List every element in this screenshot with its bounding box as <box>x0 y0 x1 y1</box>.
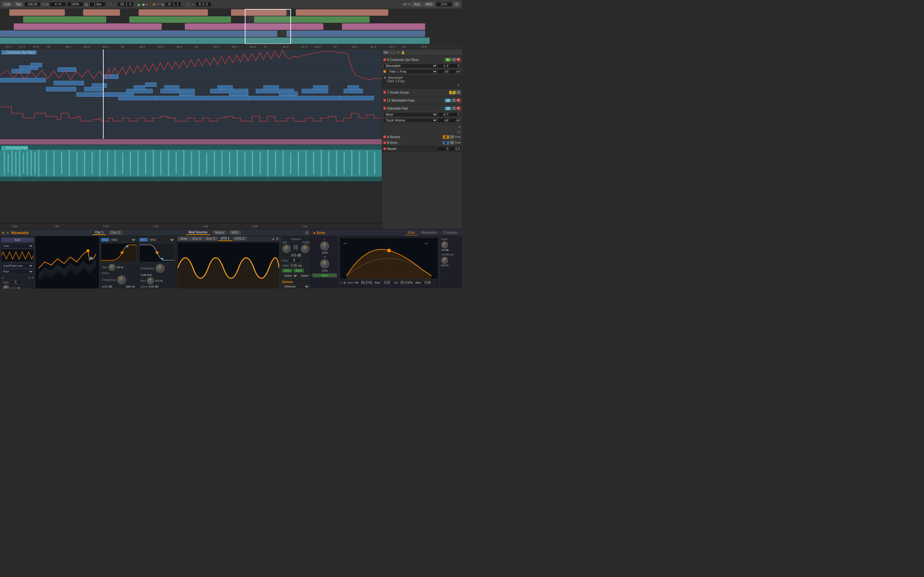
play-button[interactable]: ▶ <box>137 2 141 7</box>
notes-select1[interactable]: Notes <box>282 274 298 278</box>
record-button[interactable]: ● <box>146 3 148 6</box>
loop-end-display[interactable]: 37. 1. 1 <box>165 2 181 7</box>
device-val1a[interactable]: -1.4 <box>438 64 449 68</box>
lfo1-tab[interactable]: LFO 1 <box>218 236 232 241</box>
osc1-left-arrow[interactable]: ◁ <box>1 276 4 280</box>
sidechain-r-btn[interactable]: ● <box>457 106 461 110</box>
echo-res2-val[interactable]: 0.00 <box>422 280 433 285</box>
filter2-res-knob[interactable] <box>147 277 154 284</box>
mixer-val-a[interactable]: -4.7 <box>438 113 449 117</box>
unison-mode-select[interactable]: Shimmer <box>282 284 310 288</box>
echo-tab-echo[interactable]: Echo <box>405 230 417 235</box>
filter1-val-a[interactable]: -inf <box>438 69 449 74</box>
key-button[interactable]: Key <box>412 2 422 7</box>
time-display[interactable]: 8. 0. 0 <box>195 2 212 7</box>
time-sig-display[interactable]: 4 / 4 <box>50 2 66 7</box>
wt-osc2-tab[interactable]: Osc 2 <box>109 230 122 235</box>
filter1-freq-knob[interactable] <box>117 276 126 284</box>
echo-hp-val[interactable]: 81.8 Hz <box>360 280 373 285</box>
wt-power-btn[interactable]: ● <box>2 230 4 235</box>
link-button[interactable]: Link <box>2 2 12 7</box>
rp-back-icon[interactable]: ◁ <box>389 51 392 54</box>
osc1-right-arrow[interactable]: ▷ <box>28 276 31 280</box>
rp-lock-icon[interactable]: 🔒 <box>401 51 405 54</box>
echo-lp-val[interactable]: 20.0 kHz <box>399 280 414 285</box>
sidechain-s-btn[interactable]: S <box>452 106 456 110</box>
svg-rect-42 <box>275 151 276 175</box>
waveform-select[interactable]: SawPhase.wav <box>1 263 34 268</box>
env2-tab[interactable]: Env 2 <box>190 237 204 241</box>
echo-power-btn[interactable]: ● <box>313 231 315 235</box>
poly-val[interactable]: 8 <box>288 258 300 263</box>
wt-midi-tab[interactable]: MIDI <box>229 230 241 235</box>
sync-btn2[interactable]: Sync <box>294 269 304 272</box>
amp-tab[interactable]: Amp <box>178 237 190 241</box>
crossover-s-btn[interactable]: S <box>452 58 456 61</box>
echo-tab-mod[interactable]: Modulation <box>419 230 439 235</box>
zoom-display[interactable]: 100% <box>67 2 83 7</box>
wt-modsrc-tab[interactable]: Mod Sources <box>186 230 210 235</box>
echo-res1-val[interactable]: 0.03 <box>381 280 393 285</box>
add-icon[interactable]: + <box>457 83 459 87</box>
wt-settings-icon[interactable]: ⚙ <box>305 230 309 235</box>
reverb-dot <box>383 135 386 138</box>
track-vol-b[interactable]: -inf <box>449 118 461 122</box>
wt-osc1-tab[interactable]: Osc 1 <box>92 230 106 235</box>
d-button[interactable]: D <box>453 2 460 7</box>
tap-button[interactable]: Tap <box>13 2 23 7</box>
rp-plus-btn[interactable]: + <box>383 83 461 87</box>
input-knob[interactable] <box>441 242 448 248</box>
reverb-s-btn[interactable]: S <box>450 135 454 139</box>
feedback-knob[interactable] <box>441 257 448 264</box>
echo-s-btn[interactable]: S <box>450 141 454 145</box>
echo-tab-char[interactable]: Character <box>441 230 460 235</box>
stop-button[interactable]: ■ <box>142 3 145 6</box>
quantize-display[interactable]: 1 Bar <box>89 2 105 7</box>
mixer-select[interactable]: Mixer <box>383 112 438 117</box>
wt-pads-s-btn[interactable]: S <box>452 98 456 102</box>
track-vol-select[interactable]: Track Volume <box>383 118 438 123</box>
device-filter1-select[interactable]: Filter 1 Freq <box>387 69 438 74</box>
lfo2-tab[interactable]: LFO 2 <box>233 237 247 241</box>
rp-forward-icon[interactable]: ▷ <box>393 51 396 54</box>
position-display[interactable]: 39. 1. 4 <box>118 2 134 7</box>
wt-pads-r-btn[interactable]: ● <box>457 98 461 102</box>
up-arrow: ↑ <box>183 3 184 6</box>
glide-val[interactable]: 0.00 ms <box>289 263 304 268</box>
track-vol-a[interactable]: -inf <box>438 118 449 122</box>
osc1-menu-icon[interactable]: ≡ <box>31 276 34 280</box>
env-down-arrow[interactable]: ▼ <box>276 237 279 241</box>
vol-left-knob[interactable] <box>282 245 291 253</box>
add-device-icon[interactable]: + <box>459 125 461 129</box>
mixer-val-b[interactable]: C <box>449 113 461 117</box>
midi-button[interactable]: MIDI <box>423 2 435 7</box>
vol-right-knob[interactable] <box>301 245 309 253</box>
filter1-type-select[interactable]: MS2 <box>110 237 136 242</box>
filter2-freq-knob[interactable] <box>156 264 165 273</box>
env-up-arrow[interactable]: ▲ <box>271 237 275 241</box>
rp-pencil-icon[interactable]: ✏ <box>397 51 400 54</box>
device-val1b[interactable]: C <box>449 64 461 68</box>
master-val2[interactable]: 6.0 <box>449 147 461 151</box>
mode-select[interactable]: Raw <box>1 269 34 274</box>
env3-tab[interactable]: Env 3 <box>204 237 218 241</box>
filter1-val-b[interactable]: -inf <box>449 69 461 74</box>
echo-right-knob[interactable] <box>320 259 329 268</box>
notes-select2[interactable]: Notes <box>299 274 311 278</box>
vocals-s-btn[interactable]: S <box>456 90 461 94</box>
zoom-pct-display[interactable]: 21% <box>436 2 452 7</box>
filter2-type-select[interactable]: MS2 <box>149 237 175 242</box>
device-wavetable-select[interactable]: Wavetable <box>383 63 438 68</box>
chain-down-arrow[interactable]: ▼ <box>383 76 387 79</box>
bpm-display[interactable]: 100.00 <box>24 2 40 7</box>
preset-select[interactable]: User <box>1 243 34 248</box>
echo-sync-btn[interactable]: Sync <box>312 274 337 277</box>
gain-center[interactable]: C <box>10 280 21 284</box>
echo-left-knob[interactable] <box>320 242 329 250</box>
sync-btn1[interactable]: Sync <box>282 269 292 272</box>
filter1-res-knob[interactable] <box>108 264 115 271</box>
master-val1[interactable]: 0 <box>438 147 449 151</box>
crossover-r-btn[interactable]: ● <box>457 58 461 61</box>
wt-matrix-tab[interactable]: Matrix <box>213 230 226 235</box>
gain-knob[interactable] <box>3 285 10 288</box>
